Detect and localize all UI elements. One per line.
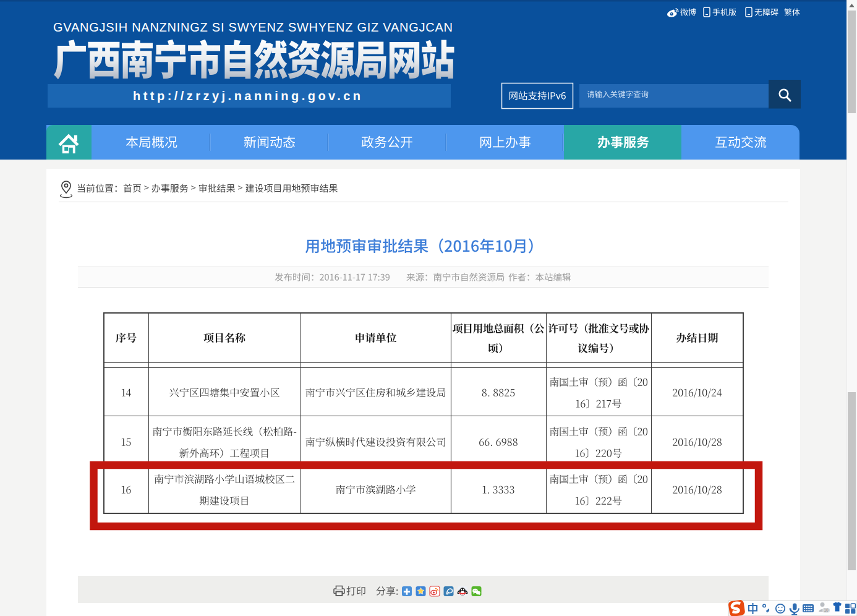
svg-text:10: 10 xyxy=(824,608,829,612)
svg-text:GVANGJSIH NANZNINGZ SI SWYENZ: GVANGJSIH NANZNINGZ SI SWYENZ SWHYENZ GI… xyxy=(53,20,453,34)
